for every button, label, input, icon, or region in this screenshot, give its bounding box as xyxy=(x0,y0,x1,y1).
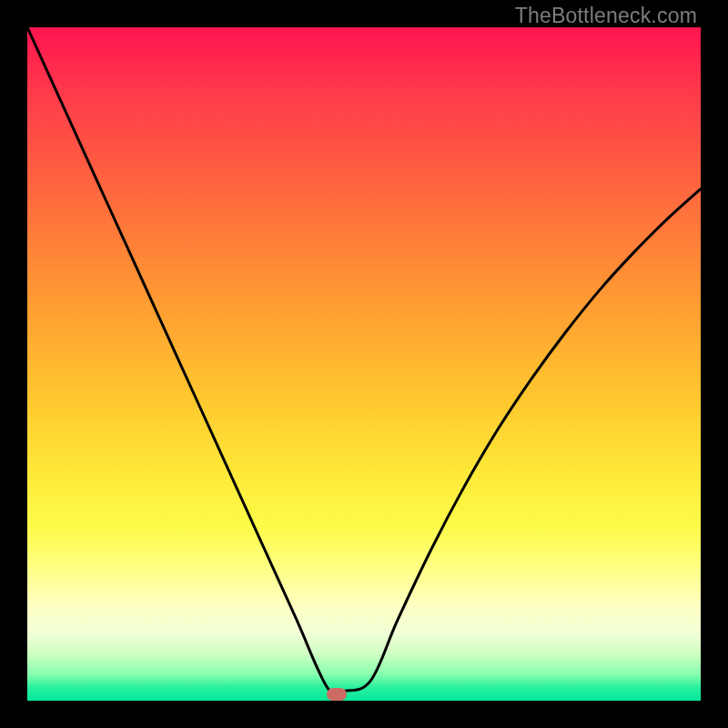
plot-area xyxy=(27,27,701,701)
v-curve xyxy=(27,27,701,693)
data-marker xyxy=(327,688,347,701)
curve-svg xyxy=(27,27,701,701)
chart-frame: TheBottleneck.com xyxy=(0,0,728,728)
watermark-text: TheBottleneck.com xyxy=(515,4,697,28)
